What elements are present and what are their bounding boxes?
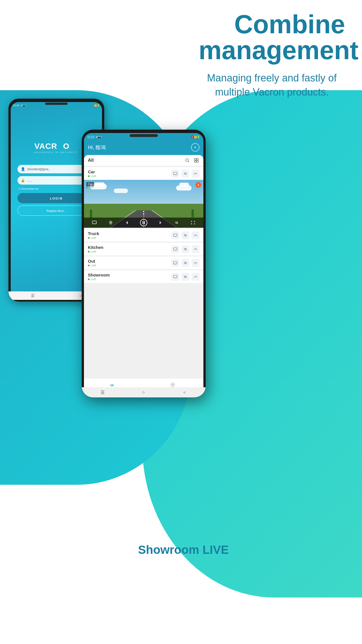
showroom-settings-icon[interactable]: [181, 273, 189, 281]
vacron-logo-tail: ON: [63, 141, 69, 151]
back-signal-icons: 📶🔋: [94, 104, 100, 107]
svg-point-52: [186, 277, 186, 278]
tree-left: [90, 210, 92, 218]
cloud-2: [94, 182, 105, 187]
kitchen-screen-icon[interactable]: [171, 245, 179, 253]
preview-filter-icon[interactable]: [173, 219, 180, 226]
truck-screen-icon[interactable]: [171, 231, 179, 239]
svg-rect-29: [174, 234, 177, 236]
preview-pause-button[interactable]: [140, 219, 147, 226]
main-header: Hi, 馥鴻 +: [84, 141, 203, 155]
svg-point-2: [186, 159, 188, 161]
front-status-icons: ⚙📷•: [96, 136, 102, 138]
svg-point-22: [110, 222, 111, 223]
showroom-live-badge: LIVE: [88, 278, 110, 281]
content-title: All: [88, 158, 94, 163]
car-group-header[interactable]: Car LIVE: [84, 167, 203, 180]
out-expand-icon[interactable]: [192, 259, 199, 267]
showroom-group-header[interactable]: Showroom LIVE: [84, 270, 203, 283]
svg-point-33: [185, 234, 185, 235]
device-list: Car LIVE: [84, 166, 203, 378]
search-icon[interactable]: [184, 157, 190, 163]
truck-group-header[interactable]: Truck LIVE: [84, 229, 203, 242]
preview-location-icon[interactable]: [107, 219, 114, 226]
preview-back-icon[interactable]: [124, 219, 130, 226]
svg-rect-8: [174, 172, 177, 175]
out-live-badge: LIVE: [88, 264, 96, 267]
layout-icon[interactable]: [193, 157, 199, 163]
svg-rect-24: [144, 221, 145, 224]
preview-screen-icon[interactable]: [91, 219, 98, 226]
showroom-screen-icon[interactable]: [171, 273, 179, 281]
cloud-4: [179, 183, 189, 187]
out-live-text: LIVE: [91, 264, 96, 267]
phone-notch-front: [130, 134, 158, 137]
device-group-out: Out LIVE: [84, 256, 203, 269]
header-subtitle: Managing freely and fastly of multiple V…: [199, 71, 345, 99]
car-screen-icon[interactable]: [171, 170, 179, 178]
preview-forward-icon[interactable]: [157, 219, 164, 226]
car-settings-icon[interactable]: [181, 170, 189, 178]
car-group-name: Car: [88, 169, 96, 174]
out-screen-icon[interactable]: [171, 259, 179, 267]
showroom-group-info: Showroom LIVE: [88, 273, 110, 281]
title-line2: management: [199, 36, 359, 65]
kitchen-group-actions: [171, 245, 199, 253]
svg-rect-47: [174, 275, 177, 278]
svg-point-27: [176, 222, 177, 223]
out-group-header[interactable]: Out LIVE: [84, 256, 203, 269]
front-nav-lines: ☰: [101, 390, 105, 395]
device-group-truck: Truck LIVE: [84, 229, 203, 242]
svg-text:ON: ON: [63, 142, 69, 151]
front-nav-back: ＜: [182, 390, 187, 395]
front-nav-home: ○: [142, 390, 145, 395]
car-preview[interactable]: Car LIVE 1: [84, 180, 203, 228]
showroom-live-label: Showroom LIVE: [138, 543, 229, 557]
greeting-text: Hi, 馥鴻: [88, 144, 106, 151]
content-area: All: [84, 155, 203, 394]
truck-live-dot: [88, 237, 90, 239]
svg-rect-23: [143, 221, 143, 224]
truck-group-info: Truck LIVE: [88, 231, 99, 239]
svg-point-13: [186, 174, 186, 174]
showroom-expand-icon[interactable]: [192, 273, 199, 281]
email-display: fuhordtest@gma...: [27, 168, 50, 171]
kitchen-settings-icon[interactable]: [181, 245, 189, 253]
car-live-badge: LIVE: [88, 175, 96, 178]
truck-settings-icon[interactable]: [181, 231, 189, 239]
svg-point-12: [185, 172, 185, 173]
svg-point-46: [186, 263, 186, 264]
svg-point-45: [185, 262, 185, 263]
car-live-dot: [88, 175, 90, 177]
front-phone-nav: ☰ ○ ＜: [82, 387, 206, 397]
truck-live-badge: LIVE: [88, 236, 99, 239]
kitchen-live-badge: LIVE: [88, 250, 103, 253]
kitchen-group-info: Kitchen LIVE: [88, 245, 103, 253]
truck-live-text: LIVE: [91, 236, 96, 239]
car-expand-icon[interactable]: [192, 170, 199, 178]
vacron-logo-svg: VACR: [34, 141, 63, 151]
add-device-button[interactable]: +: [191, 143, 199, 152]
svg-rect-6: [194, 161, 196, 162]
showroom-group-actions: [171, 273, 199, 281]
front-phone: 11:51 ⚙📷• 🔇📶🔋 Hi, 馥鴻 + All: [82, 130, 206, 397]
plus-icon: +: [194, 145, 196, 150]
login-button-label: LOGIN: [50, 197, 63, 200]
preview-fullscreen-icon[interactable]: [190, 219, 196, 226]
truck-expand-icon[interactable]: [192, 231, 199, 239]
checkbox-icon: ☑: [19, 187, 21, 190]
out-live-dot: [88, 265, 90, 266]
kitchen-group-header[interactable]: Kitchen LIVE: [84, 243, 203, 255]
car-preview-live: LIVE: [86, 186, 94, 189]
content-header: All: [84, 155, 203, 166]
register-button-label: Register Acco...: [46, 209, 66, 213]
svg-point-34: [186, 235, 186, 236]
front-signal-icons: 🔇📶🔋: [191, 136, 200, 138]
out-settings-icon[interactable]: [181, 259, 189, 267]
kitchen-expand-icon[interactable]: [192, 245, 199, 253]
svg-point-39: [185, 248, 185, 249]
remember-me-container[interactable]: ☑ Remember me: [19, 187, 39, 190]
kitchen-live-text: LIVE: [91, 250, 96, 253]
kitchen-group-name: Kitchen: [88, 245, 103, 250]
title-line1: Combine: [234, 10, 345, 39]
